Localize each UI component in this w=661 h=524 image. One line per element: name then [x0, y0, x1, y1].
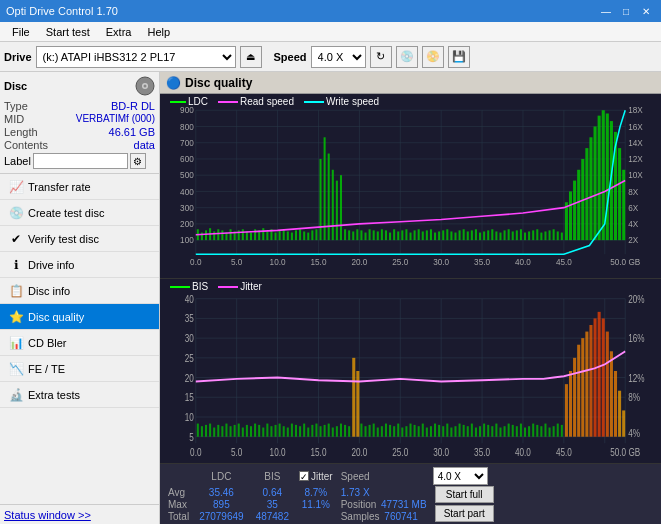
svg-rect-70	[262, 228, 264, 240]
svg-text:100: 100	[180, 235, 194, 245]
svg-rect-219	[585, 332, 588, 437]
start-full-button[interactable]: Start full	[435, 486, 494, 503]
svg-rect-123	[479, 233, 481, 241]
svg-rect-242	[283, 426, 285, 437]
menu-extra[interactable]: Extra	[98, 24, 140, 40]
svg-rect-303	[540, 426, 542, 437]
disc-quality-label: Disc quality	[28, 311, 84, 323]
menu-help[interactable]: Help	[139, 24, 178, 40]
menu-file[interactable]: File	[4, 24, 38, 40]
sidebar-item-transfer-rate[interactable]: 📈 Transfer rate	[0, 174, 159, 200]
left-panel: Disc Type BD-R DL MID VERBATIMf (000) Le…	[0, 72, 160, 524]
jitter-check-label: ✓ Jitter	[299, 471, 333, 482]
close-button[interactable]: ✕	[637, 4, 655, 18]
disc-type-row: Type BD-R DL	[4, 100, 155, 112]
disc-button1[interactable]: 💿	[396, 46, 418, 68]
svg-rect-85	[299, 229, 301, 240]
max-bis: 35	[250, 498, 295, 510]
svg-rect-206	[205, 425, 207, 437]
titlebar: Opti Drive Control 1.70 — □ ✕	[0, 0, 661, 22]
disc-mid-row: MID VERBATIMf (000)	[4, 113, 155, 125]
svg-rect-221	[594, 318, 597, 436]
sidebar-item-extra-tests[interactable]: 🔬 Extra tests	[0, 382, 159, 408]
create-test-disc-label: Create test disc	[28, 207, 104, 219]
svg-rect-275	[426, 428, 428, 437]
svg-rect-93	[356, 229, 358, 240]
svg-rect-239	[270, 426, 272, 437]
svg-rect-115	[446, 229, 448, 240]
svg-rect-293	[499, 428, 501, 437]
svg-rect-234	[250, 426, 252, 437]
bis-color	[170, 286, 190, 288]
svg-rect-129	[504, 230, 506, 240]
maximize-button[interactable]: □	[617, 4, 635, 18]
svg-rect-283	[459, 424, 461, 437]
save-button[interactable]: 💾	[448, 46, 470, 68]
minimize-button[interactable]: —	[597, 4, 615, 18]
refresh-button[interactable]: ↻	[370, 46, 392, 68]
svg-rect-292	[495, 424, 497, 437]
legend-ldc: LDC	[170, 96, 208, 107]
svg-text:6X: 6X	[628, 203, 638, 213]
svg-rect-82	[287, 231, 289, 240]
chart-header: 🔵 Disc quality	[160, 72, 661, 94]
svg-text:35.0: 35.0	[474, 257, 490, 267]
svg-text:16%: 16%	[628, 332, 645, 344]
drive-label: Drive	[4, 51, 32, 63]
menu-start-test[interactable]: Start test	[38, 24, 98, 40]
svg-rect-255	[336, 426, 338, 437]
sidebar-item-verify-test-disc[interactable]: ✔ Verify test disc	[0, 226, 159, 252]
label-button[interactable]: ⚙	[130, 153, 146, 169]
stats-speed-select[interactable]: 4.0 X	[433, 467, 488, 485]
sidebar-item-drive-info[interactable]: ℹ Drive info	[0, 252, 159, 278]
position-label: Position	[341, 499, 377, 510]
svg-rect-143	[561, 233, 563, 241]
svg-rect-71	[266, 231, 268, 240]
disc-info-label: Disc info	[28, 285, 70, 297]
sidebar-item-create-test-disc[interactable]: 💿 Create test disc	[0, 200, 159, 226]
svg-rect-130	[508, 229, 510, 240]
svg-rect-307	[557, 424, 559, 437]
speed-static-header: Speed	[337, 466, 431, 486]
svg-rect-280	[446, 424, 448, 437]
svg-rect-56	[205, 230, 207, 240]
svg-rect-264	[381, 426, 383, 437]
svg-text:40: 40	[185, 293, 194, 305]
svg-text:40.0: 40.0	[515, 257, 531, 267]
svg-rect-65	[242, 229, 244, 240]
svg-rect-297	[516, 426, 518, 437]
svg-text:12X: 12X	[628, 154, 643, 164]
drive-select[interactable]: (k:) ATAPI iHBS312 2 PL17	[36, 46, 236, 68]
svg-rect-146	[573, 181, 576, 241]
speed-select[interactable]: 4.0 X 1.0 X 2.0 X 8.0 X	[311, 46, 366, 68]
titlebar-title: Opti Drive Control 1.70	[6, 5, 118, 17]
right-panel: 🔵 Disc quality LDC Read speed Write spee…	[160, 72, 661, 524]
jitter-checkbox[interactable]: ✓	[299, 471, 309, 481]
svg-rect-299	[524, 428, 526, 437]
svg-text:5.0: 5.0	[231, 257, 243, 267]
sidebar-item-cd-bler[interactable]: 📊 CD Bler	[0, 330, 159, 356]
sidebar-item-disc-info[interactable]: 📋 Disc info	[0, 278, 159, 304]
total-bis: 487482	[250, 510, 295, 522]
eject-button[interactable]: ⏏	[240, 46, 262, 68]
label-input[interactable]	[33, 153, 128, 169]
cd-bler-icon: 📊	[8, 335, 24, 351]
status-window-link[interactable]: Status window >>	[4, 509, 91, 521]
svg-rect-116	[450, 231, 452, 240]
start-part-button[interactable]: Start part	[435, 505, 494, 522]
sidebar-item-disc-quality[interactable]: ⭐ Disc quality	[0, 304, 159, 330]
svg-rect-258	[348, 426, 350, 437]
svg-rect-241	[279, 424, 281, 437]
svg-text:20: 20	[185, 371, 194, 383]
svg-rect-277	[434, 424, 436, 437]
svg-rect-95	[364, 233, 366, 241]
svg-rect-273	[418, 426, 420, 437]
sidebar-item-fe-te[interactable]: 📉 FE / TE	[0, 356, 159, 382]
svg-rect-215	[569, 371, 572, 437]
ldc-header: LDC	[193, 466, 250, 486]
svg-rect-96	[369, 229, 371, 240]
disc-button2[interactable]: 📀	[422, 46, 444, 68]
svg-rect-269	[401, 428, 403, 437]
svg-rect-266	[389, 425, 391, 437]
svg-rect-214	[565, 384, 568, 437]
